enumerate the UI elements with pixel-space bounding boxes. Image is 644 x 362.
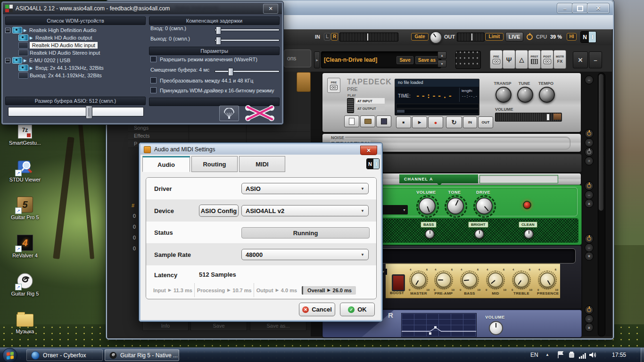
- treble-knob[interactable]: [514, 272, 529, 288]
- save-button[interactable]: Save: [396, 56, 413, 64]
- latency-out-slider[interactable]: [215, 39, 280, 41]
- preset-down-button[interactable]: ▼: [438, 60, 446, 67]
- desktop-icon-guitar-pro-5[interactable]: 5↗ Guitar Pro 5: [0, 196, 50, 220]
- browser-row-songs[interactable]: Songs: [128, 124, 310, 132]
- bright-switch[interactable]: [474, 229, 484, 239]
- device-enable-button[interactable]: [12, 27, 22, 33]
- buffer-slider-handle[interactable]: [86, 106, 92, 119]
- amp-model-dropdown[interactable]: ▼: [379, 205, 408, 214]
- module-move-up-button[interactable]: ▲: [585, 199, 594, 208]
- action-center-icon[interactable]: [557, 351, 564, 361]
- close-button[interactable]: ✕: [587, 3, 609, 13]
- record-button[interactable]: ●: [428, 116, 443, 128]
- rack-scrollbar[interactable]: [598, 73, 605, 337]
- channel-b-tab[interactable]: [479, 175, 558, 183]
- device-tree-row[interactable]: Realtek HD Audio Stereo input: [5, 49, 100, 57]
- asio-close-button[interactable]: ✕: [263, 4, 278, 14]
- tab-midi[interactable]: MIDI: [239, 156, 285, 172]
- module-power-button[interactable]: [585, 148, 594, 156]
- eq-curve-display[interactable]: [401, 313, 477, 337]
- gate-badge[interactable]: Gate: [411, 33, 429, 41]
- desktop-icon-stdu-viewer[interactable]: ↗ STDU Viewer: [0, 158, 50, 182]
- driver-select[interactable]: ASIO▼: [241, 183, 369, 194]
- module-power-button[interactable]: [585, 181, 594, 190]
- zoom-scrollbar[interactable]: [396, 109, 479, 114]
- module-move-down-button[interactable]: ▼: [585, 252, 594, 261]
- module-expand-button[interactable]: +: [585, 156, 594, 165]
- save-file-button[interactable]: [376, 115, 391, 127]
- tray-expand-icon[interactable]: ▲: [545, 353, 549, 357]
- volume-icon[interactable]: [589, 352, 597, 360]
- device-tree-row[interactable]: ▶ Realtek HD Audio output: [5, 34, 92, 41]
- gate-knob[interactable]: [429, 31, 442, 44]
- tab-audio[interactable]: Audio: [142, 156, 190, 172]
- desktop-icon-music-folder[interactable]: Музыка: [0, 310, 50, 334]
- transpose-knob[interactable]: [495, 87, 512, 103]
- input-left-badge[interactable]: L: [324, 33, 330, 41]
- slider-handle[interactable]: [216, 26, 221, 34]
- power-icon[interactable]: [527, 33, 533, 42]
- simple-mode-button[interactable]: [219, 106, 239, 121]
- master-fx-button[interactable]: MSTRFX: [553, 50, 566, 69]
- stop-button[interactable]: ■: [396, 116, 411, 128]
- show-desktop-button[interactable]: [641, 348, 644, 362]
- scrollbar-thumb[interactable]: [599, 74, 603, 211]
- at-input-option[interactable]: AT INPUT: [355, 98, 385, 104]
- device-enable-button[interactable]: [18, 72, 28, 79]
- hi-quality-badge[interactable]: HI: [567, 33, 577, 41]
- position-scrollbar[interactable]: [396, 104, 479, 108]
- module-minimize-button[interactable]: –: [585, 75, 594, 84]
- tuner-button[interactable]: Ψ: [503, 50, 515, 69]
- desktop-icon-guitar-rig-5[interactable]: ↗ Guitar Rig 5: [0, 272, 50, 296]
- module-move-up-button[interactable]: ▲: [585, 323, 594, 332]
- maximize-button[interactable]: [572, 3, 587, 13]
- limit-badge[interactable]: Limit: [485, 33, 504, 41]
- device-enable-button[interactable]: [18, 65, 28, 71]
- collapse-icon[interactable]: [5, 58, 10, 63]
- tempo-knob[interactable]: [539, 87, 555, 103]
- play-button[interactable]: ▶: [412, 116, 427, 128]
- module-power-button[interactable]: [585, 305, 594, 314]
- meter-tick[interactable]: [471, 33, 472, 41]
- browser-row-effects[interactable]: Effects: [128, 132, 310, 140]
- live-button[interactable]: LIVE: [505, 32, 523, 41]
- module-power-button[interactable]: [585, 129, 594, 138]
- windows-update-icon[interactable]: [568, 352, 575, 360]
- preamp-knob[interactable]: [436, 272, 451, 288]
- at-output-option[interactable]: AT OUTPUT: [355, 106, 385, 111]
- new-file-button[interactable]: [344, 115, 359, 127]
- post-fx-button[interactable]: POST: [541, 50, 553, 69]
- resample-option[interactable]: Преобразовывать между 44.1 и 48 КГц: [150, 77, 253, 83]
- force16-option[interactable]: Принуждать WDM-драйвер к 16-битному режи…: [150, 87, 274, 93]
- meter-tick[interactable]: [367, 33, 368, 41]
- device-tree-row-selected[interactable]: Realtek HD Audio Mic input: [5, 41, 98, 49]
- master-knob[interactable]: [411, 272, 426, 288]
- desktop-icon-revalver-4[interactable]: 4↗ ReValver 4: [0, 234, 50, 258]
- tapedeck-volume-slider[interactable]: [495, 113, 562, 122]
- open-file-button[interactable]: [360, 115, 375, 127]
- module-power-button[interactable]: [585, 234, 594, 243]
- network-icon[interactable]: [579, 352, 586, 361]
- dialog-close-button[interactable]: ✕: [360, 146, 377, 155]
- device-enable-button[interactable]: [18, 49, 28, 56]
- asio-titlebar[interactable]: ASIO4ALL 2.12 - www.asio4all.com - feedb…: [3, 3, 282, 14]
- wavert-option[interactable]: Разрешить режим извлечения (WaveRT): [150, 56, 257, 62]
- presence-knob[interactable]: [540, 272, 555, 288]
- pedalboard-grid-icon[interactable]: [455, 51, 481, 69]
- advanced-mode-button[interactable]: [241, 103, 279, 122]
- loop-out-button[interactable]: OUT: [478, 116, 493, 128]
- taskbar-button-guitar-rig[interactable]: Guitar Rig 5 - Native ...: [105, 349, 179, 361]
- blue-volume-knob[interactable]: [489, 321, 503, 335]
- mid-knob[interactable]: [488, 272, 503, 288]
- ok-button[interactable]: ✓ OK: [340, 303, 375, 316]
- green-volume-knob[interactable]: [419, 197, 436, 214]
- bass-knob[interactable]: [462, 272, 477, 288]
- rack-minimize-button[interactable]: –: [589, 51, 602, 68]
- checkbox-icon[interactable]: [150, 56, 157, 62]
- collapse-icon[interactable]: [5, 28, 10, 33]
- bass-switch[interactable]: [425, 229, 435, 239]
- loop-button[interactable]: ↻: [446, 116, 462, 128]
- device-select[interactable]: ASIO4ALL v2▼: [241, 205, 369, 216]
- clock[interactable]: 17:55: [612, 352, 626, 358]
- device-enable-button[interactable]: [12, 57, 22, 64]
